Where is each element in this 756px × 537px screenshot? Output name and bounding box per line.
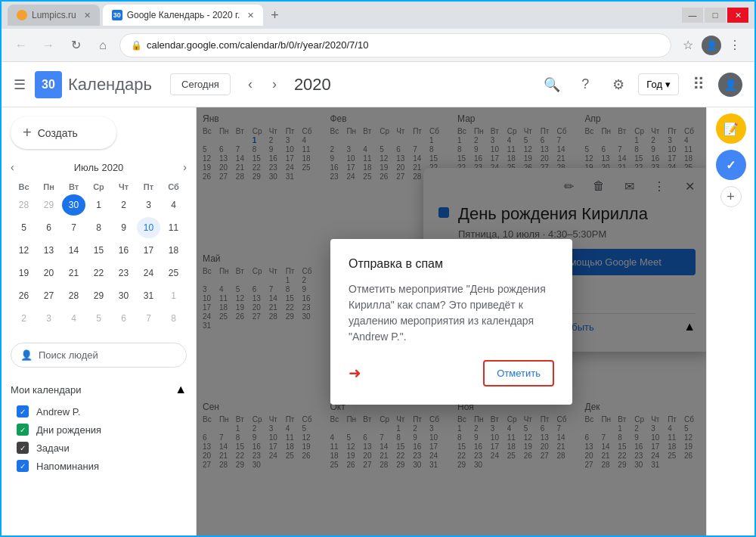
notes-sidebar-item[interactable]: 📝 (716, 113, 746, 144)
forward-button[interactable]: → (38, 35, 59, 56)
close-button[interactable]: ✕ (727, 8, 748, 23)
add-sidebar-item-button[interactable]: + (720, 186, 742, 207)
mini-cal-day[interactable]: 29 (37, 194, 60, 216)
back-button[interactable]: ← (11, 35, 32, 56)
calendar-item-tasks[interactable]: ✓ Задачи (11, 439, 187, 457)
calendar-item-reminders[interactable]: ✓ Напоминания (11, 457, 187, 475)
mini-cal-day[interactable]: 18 (162, 240, 185, 261)
address-bar[interactable]: 🔒 calendar.google.com/calendar/b/0/r/yea… (119, 33, 671, 57)
tasks-sidebar-item[interactable]: ✓ (716, 150, 746, 180)
mini-cal-day[interactable]: 1 (162, 285, 185, 306)
mini-cal-day[interactable]: 22 (87, 262, 110, 284)
mini-cal-day[interactable]: 4 (62, 308, 85, 329)
more-options-button[interactable]: ⋮ (724, 35, 745, 56)
mini-cal-day[interactable]: 16 (112, 240, 135, 261)
mini-cal-selected[interactable]: 10 (137, 217, 160, 238)
mini-cal-day[interactable]: 13 (37, 240, 60, 261)
calendar-item-birthdays[interactable]: ✓ Дни рождения (11, 421, 187, 439)
apps-grid-button[interactable]: ⠿ (685, 71, 712, 98)
my-calendars-header[interactable]: Мои календари ▲ (11, 380, 187, 399)
nav-right: ☆ 👤 ⋮ (677, 35, 745, 56)
mini-cal-day[interactable]: 14 (62, 240, 85, 261)
mini-cal-day[interactable]: 3 (137, 194, 160, 216)
mini-cal-day[interactable]: 30 (112, 285, 135, 306)
mini-cal-day[interactable]: 23 (112, 262, 135, 284)
reload-button[interactable]: ↻ (65, 35, 86, 56)
mini-cal-day[interactable]: 19 (12, 262, 36, 284)
mini-cal-day[interactable]: 29 (87, 285, 110, 306)
mini-cal-day[interactable]: 6 (37, 217, 60, 238)
mini-cal-day[interactable]: 1 (87, 194, 110, 216)
mini-cal-day[interactable]: 2 (12, 308, 36, 329)
mini-cal-day[interactable]: 4 (162, 194, 185, 216)
mini-cal-day[interactable]: 9 (112, 217, 135, 238)
view-dropdown-icon: ▾ (665, 79, 671, 90)
mini-cal-day[interactable]: 28 (62, 285, 85, 306)
my-calendars: Мои календари ▲ ✓ Andrew P. ✓ Дни рожден… (11, 380, 187, 475)
home-button[interactable]: ⌂ (92, 35, 113, 56)
year-label: 2020 (294, 75, 331, 95)
tab-google-calendar[interactable]: 30 Google Календарь - 2020 г. ✕ (103, 5, 264, 26)
spam-dialog: Отправка в спам Отметить мероприятие "Де… (330, 239, 572, 405)
settings-button[interactable]: ⚙ (605, 71, 632, 98)
maximize-button[interactable]: □ (705, 8, 726, 23)
tab-lumpics-close[interactable]: ✕ (84, 11, 91, 20)
spam-arrow-icon: ➜ (349, 364, 361, 382)
mini-cal-day[interactable]: 8 (87, 217, 110, 238)
mini-cal-day[interactable]: 12 (12, 240, 36, 261)
calendar-checkbox-andrew: ✓ (17, 405, 29, 417)
hamburger-button[interactable]: ☰ (14, 76, 26, 93)
next-year-button[interactable]: › (264, 74, 285, 95)
mini-cal-day[interactable]: 11 (162, 217, 185, 238)
mini-cal-day[interactable]: 5 (87, 308, 110, 329)
mini-cal-day[interactable]: 26 (12, 285, 36, 306)
calendar-item-andrew[interactable]: ✓ Andrew P. (11, 402, 187, 421)
new-tab-button[interactable]: + (266, 8, 284, 23)
browser-frame: Lumpics.ru ✕ 30 Google Календарь - 2020 … (0, 0, 756, 537)
today-button[interactable]: Сегодня (170, 73, 231, 95)
tab-gcal-close[interactable]: ✕ (247, 11, 254, 20)
main-area: + Создать ‹ Июль 2020 › Вс Пн (2, 107, 754, 535)
user-avatar[interactable]: 👤 (718, 73, 742, 97)
mini-cal-day[interactable]: 6 (112, 308, 135, 329)
mini-cal-prev[interactable]: ‹ (11, 161, 14, 173)
mini-cal-day[interactable]: 31 (137, 285, 160, 306)
spam-dialog-body: Отметить мероприятие "День рождения Кири… (349, 281, 554, 345)
calendar-checkbox-tasks: ✓ (17, 442, 29, 454)
mini-cal-today[interactable]: 30 (62, 194, 85, 216)
calendar-app-icon: 30 (35, 71, 62, 98)
bookmark-button[interactable]: ☆ (677, 35, 699, 56)
dow-sat: Сб (162, 181, 185, 193)
mini-cal-day[interactable]: 28 (12, 194, 36, 216)
mini-cal-day[interactable]: 21 (62, 262, 85, 284)
mini-cal-day[interactable]: 24 (137, 262, 160, 284)
mini-cal-day[interactable]: 27 (37, 285, 60, 306)
tab-lumpics[interactable]: Lumpics.ru ✕ (8, 5, 100, 26)
mini-cal-week-6: 2 3 4 5 6 7 8 (12, 308, 185, 329)
people-search-button[interactable]: 👤 Поиск людей (11, 343, 187, 368)
minimize-button[interactable]: — (682, 8, 703, 23)
prev-year-button[interactable]: ‹ (240, 74, 261, 95)
search-button[interactable]: 🔍 (538, 71, 565, 98)
mini-cal-day[interactable]: 3 (37, 308, 60, 329)
mini-cal-day[interactable]: 7 (62, 217, 85, 238)
mini-cal-day[interactable]: 17 (137, 240, 160, 261)
user-avatar-nav[interactable]: 👤 (702, 36, 721, 55)
mini-cal-next[interactable]: › (183, 161, 187, 173)
spam-dialog-backdrop: Отправка в спам Отметить мероприятие "Де… (197, 107, 706, 535)
mini-cal-day[interactable]: 2 (112, 194, 135, 216)
spam-confirm-button[interactable]: Отметить (483, 360, 554, 386)
spam-dialog-footer: ➜ Отметить (349, 360, 554, 386)
notes-icon: 📝 (723, 122, 739, 136)
mini-cal-day[interactable]: 25 (162, 262, 185, 284)
mini-cal-day[interactable]: 7 (137, 308, 160, 329)
mini-cal-day[interactable]: 20 (37, 262, 60, 284)
help-button[interactable]: ? (572, 71, 599, 98)
browser-titlebar: Lumpics.ru ✕ 30 Google Календарь - 2020 … (2, 2, 754, 29)
mini-cal-day[interactable]: 8 (162, 308, 185, 329)
mini-cal-day[interactable]: 15 (87, 240, 110, 261)
create-button[interactable]: + Создать (11, 116, 116, 149)
mini-cal-day[interactable]: 5 (12, 217, 36, 238)
mini-cal-week-5: 26 27 28 29 30 31 1 (12, 285, 185, 306)
view-selector[interactable]: Год ▾ (638, 73, 679, 95)
